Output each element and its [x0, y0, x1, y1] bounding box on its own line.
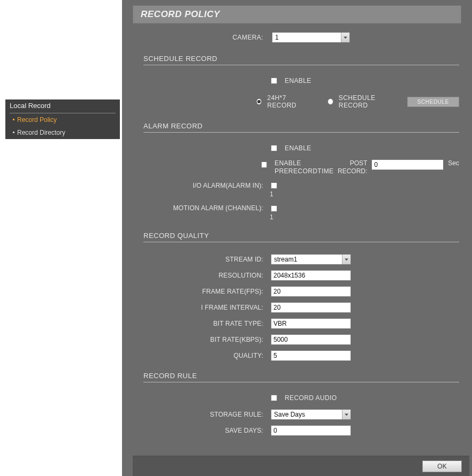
- iframe-interval-label: I FRAME INTERVAL:: [143, 304, 267, 311]
- radio-schedule-label: SCHEDULE RECORD: [339, 94, 398, 109]
- frame-rate-label: FRAME RATE(FPS):: [143, 288, 267, 295]
- bit-rate-type-label: BIT RATE TYPE:: [143, 320, 267, 327]
- storage-rule-select[interactable]: Save Days: [271, 409, 351, 420]
- prerecord-label: ENABLE PRERECORDTIME: [275, 159, 333, 175]
- schedule-enable-checkbox[interactable]: [271, 78, 277, 84]
- schedule-button[interactable]: SCHEDULE: [407, 97, 459, 107]
- section-record-rule: RECORD RULE: [143, 372, 459, 382]
- motion-alarm-checkbox[interactable]: [271, 205, 277, 212]
- chevron-down-icon: [342, 255, 351, 264]
- main-panel: RECORD POLICY CAMERA: 1 SCHEDULE RECORD …: [122, 0, 472, 476]
- motion-alarm-sub: 1: [270, 213, 459, 221]
- schedule-enable-label: ENABLE: [285, 77, 311, 85]
- sidebar-title: Local Record: [10, 99, 116, 113]
- prerecord-checkbox[interactable]: [261, 162, 267, 168]
- quality-input[interactable]: [271, 350, 351, 361]
- section-schedule-record: SCHEDULE RECORD: [143, 55, 459, 65]
- storage-rule-value: Save Days: [271, 410, 342, 419]
- radio-24h7[interactable]: [256, 98, 262, 105]
- stream-id-value: stream1: [271, 255, 342, 264]
- record-audio-label: RECORD AUDIO: [285, 394, 337, 402]
- post-record-label: POST RECORD:: [338, 159, 367, 175]
- alarm-enable-label: ENABLE: [285, 144, 311, 152]
- iframe-interval-input[interactable]: [271, 302, 351, 313]
- section-alarm-record: ALARM RECORD: [143, 122, 459, 133]
- stream-id-select[interactable]: stream1: [271, 254, 351, 265]
- storage-rule-label: STORAGE RULE:: [143, 411, 267, 418]
- chevron-down-icon: [341, 33, 349, 42]
- frame-rate-input[interactable]: [271, 286, 351, 297]
- stream-id-label: STREAM ID:: [143, 256, 267, 263]
- resolution-input[interactable]: [271, 270, 351, 281]
- io-alarm-checkbox[interactable]: [271, 182, 277, 189]
- bit-rate-kbps-label: BIT RATE(KBPS):: [143, 336, 267, 343]
- io-alarm-label: I/O ALARM(ALARM IN):: [143, 182, 267, 189]
- page-title: RECORD POLICY: [133, 5, 461, 24]
- camera-label: CAMERA:: [143, 34, 267, 41]
- camera-select[interactable]: 1: [272, 32, 350, 43]
- save-days-label: SAVE DAYS:: [143, 427, 267, 434]
- sidebar-item-record-policy[interactable]: Record Policy: [5, 113, 120, 126]
- bit-rate-type-input[interactable]: [271, 318, 351, 329]
- io-alarm-sub: 1: [270, 190, 459, 198]
- save-days-input[interactable]: [271, 425, 351, 436]
- bit-rate-kbps-input[interactable]: [271, 334, 351, 345]
- record-audio-checkbox[interactable]: [271, 395, 277, 401]
- motion-alarm-label: MOTION ALARM (CHANNEL):: [143, 204, 267, 212]
- radio-24h7-label: 24H*7 RECORD: [267, 94, 310, 109]
- chevron-down-icon: [342, 410, 351, 419]
- sidebar-item-record-directory[interactable]: Record Directory: [5, 126, 120, 139]
- radio-schedule[interactable]: [328, 98, 333, 105]
- quality-label: QUALITY:: [143, 352, 267, 359]
- sidebar: Local Record Record Policy Record Direct…: [5, 99, 120, 139]
- footer: OK: [133, 456, 469, 476]
- ok-button[interactable]: OK: [422, 460, 462, 472]
- alarm-enable-checkbox[interactable]: [271, 145, 277, 151]
- post-record-unit: Sec: [448, 159, 459, 167]
- camera-value: 1: [272, 33, 341, 42]
- section-record-quality: RECORD QUALITY: [143, 232, 459, 242]
- resolution-label: RESOLUTION:: [143, 272, 267, 279]
- post-record-input[interactable]: [371, 159, 444, 170]
